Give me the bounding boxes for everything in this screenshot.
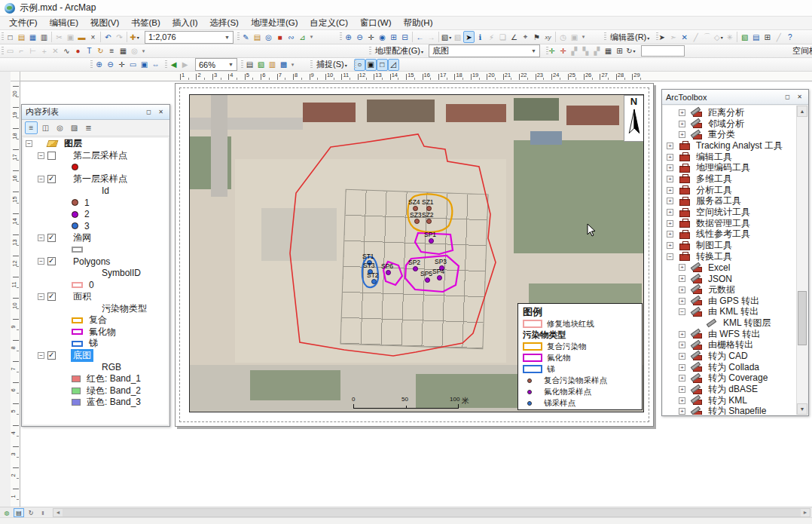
toolbox-row[interactable]: 制图工具	[663, 240, 796, 251]
separator[interactable]	[438, 32, 439, 42]
explode-icon[interactable]: ∿	[61, 45, 72, 57]
expander-icon[interactable]	[679, 353, 685, 360]
find-icon[interactable]: ⌖	[520, 31, 531, 43]
separator[interactable]	[51, 32, 52, 42]
edge-snapping-icon[interactable]: ◿	[388, 59, 399, 71]
pan-icon[interactable]: ✛	[365, 31, 377, 43]
time-slider-icon[interactable]: ◷	[557, 31, 569, 43]
arctoolbox-close-icon[interactable]: ✕	[795, 92, 804, 102]
map-scale-combo[interactable]: 1:2,076 ▼	[145, 31, 234, 44]
expander-icon[interactable]	[38, 176, 44, 182]
editor-menu-button[interactable]: 编辑器(R)	[607, 32, 652, 43]
toolbox-row[interactable]: 由栅格转出	[663, 339, 796, 351]
full-extent-icon[interactable]: ◉	[377, 31, 388, 43]
expander-icon[interactable]	[667, 198, 673, 204]
expander-icon[interactable]	[38, 152, 44, 159]
toc-layer-row[interactable]: 3	[23, 220, 168, 232]
point-snapping-icon[interactable]: ○	[354, 59, 365, 71]
toc-layer-row[interactable]: Id	[23, 185, 168, 197]
expander-icon[interactable]	[679, 109, 685, 116]
spatial-adjustment-toolbar-label[interactable]: 空间校正	[792, 45, 812, 57]
line-segment-icon[interactable]: ╱	[690, 31, 701, 43]
split-icon[interactable]: ╱	[773, 31, 784, 43]
copy-icon[interactable]: ▣	[65, 31, 76, 43]
expander-icon[interactable]	[679, 121, 685, 127]
toolbox-row[interactable]: Excel	[663, 262, 796, 274]
hyperlink-icon[interactable]: ⚡	[486, 31, 497, 43]
shift-raster-icon[interactable]: ▞	[569, 45, 580, 57]
expander-icon[interactable]	[667, 187, 673, 194]
zoom-whole-page-icon[interactable]: ▭	[127, 59, 139, 71]
toolbox-row[interactable]: JSON	[663, 273, 796, 284]
toolbox-row[interactable]: 编辑工具	[663, 152, 796, 163]
toc-layer-row[interactable]: 2	[23, 209, 168, 221]
layout-view-button[interactable]: ▤	[14, 508, 24, 517]
save-icon[interactable]: ▦	[27, 31, 38, 43]
toolbox-row[interactable]: 邻域分析	[663, 118, 796, 130]
toc-layer-row[interactable]: 第二层采样点	[23, 150, 168, 162]
toc-layer-row[interactable]: 复合	[23, 314, 168, 326]
layout-zoom-out-icon[interactable]: ⊖	[105, 59, 116, 71]
toolbox-row[interactable]: Tracking Analyst 工具	[663, 140, 796, 152]
toc-layer-row[interactable]: 图层	[23, 138, 168, 150]
toolbox-row[interactable]: 转为 Coverage	[663, 373, 796, 385]
layer-visibility-checkbox[interactable]	[47, 293, 56, 301]
toolbox-row[interactable]: 由 KML 转出	[663, 306, 796, 317]
layer-visibility-checkbox[interactable]	[47, 234, 56, 242]
toc-layer-row[interactable]: 第一层采样点	[23, 173, 168, 185]
layout-pan-icon[interactable]: ✛	[116, 59, 127, 71]
end-snapping-icon[interactable]: ▣	[365, 59, 377, 71]
forward-extent-icon[interactable]: →	[426, 31, 437, 43]
toolbox-row[interactable]: 转为 Collada	[663, 362, 796, 373]
menu-item[interactable]: 插入(I)	[166, 17, 204, 29]
georeferencing-layer-combo[interactable]: 底图 ▼	[429, 44, 540, 57]
list-by-selection-icon[interactable]: ▨	[68, 121, 81, 134]
expander-icon[interactable]	[679, 308, 685, 315]
toc-layer-row[interactable]: RGB	[23, 361, 168, 373]
expander-icon[interactable]	[667, 220, 673, 227]
expander-icon[interactable]	[679, 264, 685, 271]
fillet-icon[interactable]: ⌐	[16, 45, 27, 57]
menu-item[interactable]: 书签(B)	[125, 17, 166, 29]
scroll-left-icon[interactable]: ◄	[53, 509, 63, 516]
menu-item[interactable]: 窗口(W)	[354, 17, 398, 29]
toolbox-row[interactable]: 转为 dBASE	[663, 384, 796, 395]
georeferencing-menu-button[interactable]: 地理配准(G)	[372, 45, 426, 57]
copy-features-icon[interactable]: ▭	[5, 45, 16, 57]
reshape-feature-icon[interactable]: ▧	[739, 31, 750, 43]
separator[interactable]	[737, 32, 737, 42]
line-intersection-icon[interactable]: ✕	[50, 45, 61, 57]
zoom-100-icon[interactable]: ▣	[139, 59, 150, 71]
arctoolbox-float-icon[interactable]: ◻	[783, 92, 792, 102]
toolbox-row[interactable]: 分析工具	[663, 185, 796, 196]
layout-zoom-combo[interactable]: 66% ▼	[195, 58, 237, 71]
new-document-icon[interactable]: □	[5, 31, 16, 43]
menu-item[interactable]: 选择(S)	[204, 17, 245, 29]
toc-layer-row[interactable]: SymbolID	[23, 268, 168, 280]
edit-tool-icon[interactable]: ➤	[656, 31, 667, 43]
modelbuilder-window-icon[interactable]: ⊿	[297, 31, 308, 43]
expander-icon[interactable]	[679, 275, 685, 282]
toolbox-row[interactable]: 转为 CAD	[663, 351, 796, 362]
search-window-icon[interactable]: ◎	[263, 31, 274, 43]
expander-icon[interactable]	[667, 176, 673, 182]
python-window-icon[interactable]: ∾	[285, 31, 297, 43]
zoom-out-icon[interactable]: ⊖	[354, 31, 365, 43]
toolbox-row[interactable]: 空间统计工具	[663, 207, 796, 218]
rotation-input[interactable]	[641, 45, 685, 57]
edit-annotation-icon[interactable]: ➣	[667, 31, 679, 43]
layout-zoom-in-icon[interactable]: ⊕	[93, 59, 105, 71]
circle-tool-icon[interactable]: ◎	[129, 45, 140, 57]
back-extent-icon[interactable]: ←	[414, 31, 426, 43]
toc-header[interactable]: 内容列表 ◻ ✕	[22, 105, 169, 120]
menu-item[interactable]: 文件(F)	[3, 17, 44, 29]
html-popup-icon[interactable]: ❏	[497, 31, 508, 43]
menu-item[interactable]: 视图(V)	[84, 17, 125, 29]
editor-toolbar-toggle-icon[interactable]: ✎	[240, 31, 252, 43]
fit-width-icon[interactable]: ⇔	[150, 59, 161, 71]
arc-segment-icon[interactable]: ⌒	[701, 31, 713, 43]
scrollbar-thumb[interactable]	[798, 291, 807, 345]
data-view-button[interactable]: ◍	[2, 508, 12, 517]
select-features-icon[interactable]: ▧	[441, 31, 452, 43]
toolbar-overflow-icon[interactable]: ▾	[140, 45, 147, 57]
